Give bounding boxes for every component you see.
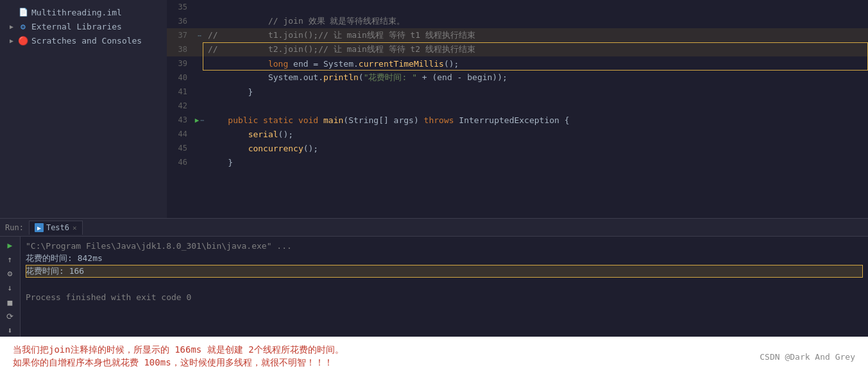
bottom-text-area: 当我们把join注释掉的时候，所显示的 166ms 就是创建 2个线程所花费的时… bbox=[0, 337, 868, 370]
ide-container: 📄 Multithreading.iml ▶ ⚙ External Librar… bbox=[0, 0, 868, 370]
code-line-43: 43 ▶ ⋯ public static void main(String[] … bbox=[167, 113, 868, 127]
library-icon: ⚙ bbox=[18, 21, 28, 31]
line-code-36: // join 效果 就是等待线程结束。 bbox=[205, 15, 868, 27]
sidebar-item-label-scratches: Scratches and Consoles bbox=[31, 36, 142, 46]
line-num-36: 36 bbox=[167, 17, 194, 26]
export-button[interactable]: ⬇ bbox=[3, 325, 18, 337]
chevron-right-icon-2: ▶ bbox=[8, 37, 15, 44]
stop-button[interactable]: ■ bbox=[3, 296, 18, 308]
line-num-43: 43 bbox=[167, 115, 194, 124]
bottom-description: 当我们把join注释掉的时候，所显示的 166ms 就是创建 2个线程所花费的时… bbox=[13, 343, 344, 370]
sidebar-item-scratches[interactable]: ▶ 🔴 Scratches and Consoles bbox=[0, 33, 167, 47]
line-num-38: 38 bbox=[167, 45, 194, 54]
line-code-46: } bbox=[205, 158, 868, 167]
run-tab-bar: Run: ▶ Test6 ✕ bbox=[0, 219, 868, 237]
code-line-36: 36 // join 效果 就是等待线程结束。 bbox=[167, 14, 868, 28]
output-text-5: Process finished with exit code 0 bbox=[26, 292, 191, 302]
line-code-45: concurrency(); bbox=[205, 144, 868, 153]
line-num-41: 41 bbox=[167, 87, 194, 96]
code-line-46: 46 } bbox=[167, 155, 868, 169]
rerun-button[interactable]: ⟳ bbox=[3, 310, 18, 322]
output-text-1: "C:\Program Files\Java\jdk1.8.0_301\bin\… bbox=[26, 241, 292, 251]
fold-marker-37: ⋯ bbox=[198, 32, 201, 39]
line-num-42: 42 bbox=[167, 101, 194, 110]
output-line-5: Process finished with exit code 0 bbox=[26, 290, 863, 303]
line-num-39: 39 bbox=[167, 59, 194, 68]
code-line-45: 45 concurrency(); bbox=[167, 141, 868, 155]
output-line-4 bbox=[26, 278, 863, 290]
output-line-3: 花费时间: 166 bbox=[26, 265, 863, 278]
run-toolbar: ▶ ↑ ⚙ ↓ ■ ⟳ ⬇ bbox=[0, 237, 21, 337]
output-text-2: 花费的时间: 842ms bbox=[26, 253, 103, 264]
output-text-3: 花费时间: 166 bbox=[26, 265, 84, 277]
line-num-45: 45 bbox=[167, 144, 194, 153]
run-output: "C:\Program Files\Java\jdk1.8.0_301\bin\… bbox=[21, 237, 868, 337]
run-panel: Run: ▶ Test6 ✕ ▶ ↑ ⚙ ↓ ■ ⟳ ⬇ "C:\Pr bbox=[0, 218, 868, 337]
line-code-39: long end = System.currentTimeMillis(); bbox=[205, 59, 868, 69]
scroll-up-button[interactable]: ↑ bbox=[3, 253, 18, 265]
run-tab-close-icon[interactable]: ✕ bbox=[72, 224, 77, 232]
line-num-44: 44 bbox=[167, 130, 194, 139]
line-code-40: System.out.println("花费时间: " + (end - beg… bbox=[205, 72, 868, 83]
line-num-35: 35 bbox=[167, 3, 194, 12]
line-code-38: // t2.join();// 让 main线程 等待 t2 线程执行结束 bbox=[205, 44, 868, 55]
output-line-1: "C:\Program Files\Java\jdk1.8.0_301\bin\… bbox=[26, 239, 863, 252]
run-tab[interactable]: ▶ Test6 ✕ bbox=[29, 221, 83, 235]
csdn-credit: CSDN @Dark And Grey bbox=[760, 352, 855, 362]
code-editor: 35 36 // join 效果 就是等待线程结束。 37 ⋯ bbox=[167, 0, 868, 218]
code-content: 35 36 // join 效果 就是等待线程结束。 37 ⋯ bbox=[167, 0, 868, 218]
line-num-37: 37 bbox=[167, 31, 194, 40]
description-line2: 如果你的自增程序本身也就花费 100ms，这时候使用多线程，就很不明智！！！ bbox=[13, 357, 344, 369]
code-line-40: 40 System.out.println("花费时间: " + (end - … bbox=[167, 71, 868, 85]
line-num-40: 40 bbox=[167, 73, 194, 82]
code-line-44: 44 serial(); bbox=[167, 127, 868, 141]
run-label: Run: bbox=[5, 223, 24, 232]
line-num-46: 46 bbox=[167, 158, 194, 167]
code-line-35: 35 bbox=[167, 0, 868, 14]
gutter-43[interactable]: ▶ ⋯ bbox=[194, 116, 205, 124]
sidebar-item-label-libraries: External Libraries bbox=[31, 22, 122, 31]
code-line-37: 37 ⋯ // t1.join();// 让 main线程 等待 t1 线程执行… bbox=[167, 28, 868, 42]
play-icon[interactable]: ▶ bbox=[195, 116, 200, 124]
run-tab-icon: ▶ bbox=[35, 223, 44, 232]
sidebar: 📄 Multithreading.iml ▶ ⚙ External Librar… bbox=[0, 0, 167, 218]
chevron-icon bbox=[8, 8, 15, 16]
fold-marker-43: ⋯ bbox=[200, 117, 204, 124]
run-body: ▶ ↑ ⚙ ↓ ■ ⟳ ⬇ "C:\Program Files\Java\jdk… bbox=[0, 237, 868, 337]
scratch-icon: 🔴 bbox=[18, 35, 28, 46]
scroll-down-button[interactable]: ↓ bbox=[3, 282, 18, 294]
gutter-37: ⋯ bbox=[194, 32, 205, 39]
sidebar-item-file[interactable]: 📄 Multithreading.iml bbox=[0, 5, 167, 19]
play-button[interactable]: ▶ bbox=[3, 239, 18, 251]
sidebar-item-label-file: Multithreading.iml bbox=[31, 8, 122, 17]
ide-area: 📄 Multithreading.iml ▶ ⚙ External Librar… bbox=[0, 0, 868, 218]
output-line-2: 花费的时间: 842ms bbox=[26, 252, 863, 265]
line-code-43: public static void main(String[] args) t… bbox=[205, 115, 868, 125]
description-line1: 当我们把join注释掉的时候，所显示的 166ms 就是创建 2个线程所花费的时… bbox=[13, 344, 344, 356]
code-line-41: 41 } bbox=[167, 85, 868, 99]
chevron-right-icon: ▶ bbox=[8, 22, 15, 30]
line-code-44: serial(); bbox=[205, 130, 868, 139]
code-line-39: 39 long end = System.currentTimeMillis()… bbox=[167, 56, 868, 71]
code-line-38: 38 // t2.join();// 让 main线程 等待 t2 线程执行结束 bbox=[167, 42, 868, 56]
sidebar-item-external-libraries[interactable]: ▶ ⚙ External Libraries bbox=[0, 19, 167, 33]
file-icon: 📄 bbox=[18, 7, 28, 17]
line-code-41: } bbox=[205, 87, 868, 97]
line-code-37: // t1.join();// 让 main线程 等待 t1 线程执行结束 bbox=[205, 29, 868, 41]
code-line-42: 42 bbox=[167, 99, 868, 113]
run-tab-name: Test6 bbox=[46, 223, 69, 232]
settings-button[interactable]: ⚙ bbox=[3, 268, 18, 280]
